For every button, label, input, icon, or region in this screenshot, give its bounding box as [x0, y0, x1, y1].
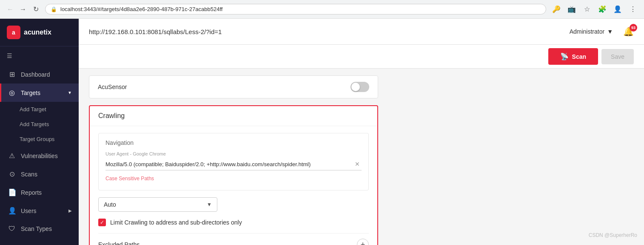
- dropdown-arrow-icon: ▼: [207, 202, 212, 208]
- targets-icon: ◎: [8, 89, 16, 97]
- content-inner: AcuSensor Crawling Navigation: [79, 75, 644, 245]
- case-sensitive-section: Case Sensitive Paths: [105, 176, 362, 182]
- watermark: CSDN @SuperherRo: [589, 232, 637, 238]
- sub-item-label: Add Target: [20, 106, 46, 112]
- user-agent-label: User Agent - Google Chrome: [105, 151, 362, 156]
- scan-icon: 📡: [560, 52, 569, 61]
- header-actions: Administrator ▼ 🔔 93: [570, 24, 634, 39]
- dashboard-icon: ⊞: [8, 70, 16, 78]
- user-agent-input-row: ✕: [105, 158, 362, 170]
- navigation-subsection: Navigation User Agent - Google Chrome ✕: [98, 133, 369, 190]
- app-container: a acunetix ☰ ⊞ Dashboard ◎ Targets ▼ Add…: [0, 19, 644, 245]
- browser-actions: 🔑 📺 ☆ 🧩 👤 ⋮: [550, 3, 639, 15]
- sidebar: a acunetix ☰ ⊞ Dashboard ◎ Targets ▼ Add…: [0, 19, 79, 245]
- sidebar-item-scan-types[interactable]: 🛡 Scan Types: [0, 220, 79, 238]
- logo-icon: a: [7, 26, 20, 39]
- case-sensitive-dropdown[interactable]: Auto ▼: [98, 197, 217, 212]
- admin-label: Administrator: [570, 28, 604, 35]
- acusensor-section: AcuSensor: [89, 75, 378, 98]
- acusensor-label: AcuSensor: [98, 84, 127, 90]
- sidebar-item-target-groups[interactable]: Target Groups: [0, 132, 79, 147]
- excluded-paths-row: Excluded Paths +: [98, 233, 369, 245]
- sidebar-item-vulnerabilities[interactable]: ⚠ Vulnerabilities: [0, 147, 79, 165]
- case-sensitive-label: Case Sensitive Paths: [105, 176, 362, 182]
- content-area: AcuSensor Crawling Navigation: [79, 69, 644, 245]
- profile-icon[interactable]: 👤: [612, 3, 624, 15]
- limit-crawling-checkbox[interactable]: ✓: [98, 219, 106, 226]
- sidebar-item-label: Reports: [21, 189, 72, 196]
- sidebar-logo: a acunetix: [0, 19, 79, 46]
- users-icon: 👤: [8, 207, 16, 215]
- address-url: localhost:3443/#/targets/4d8aa2e6-2890-4…: [60, 6, 541, 12]
- case-sensitive-value: Auto: [104, 201, 116, 208]
- hamburger-menu[interactable]: ☰: [0, 46, 79, 65]
- crawling-section: Crawling Navigation User Agent - Google …: [89, 105, 378, 245]
- nav-buttons: ← → ↻: [5, 4, 41, 14]
- add-excluded-path-button[interactable]: +: [357, 239, 369, 245]
- case-sensitive-dropdown-section: Auto ▼: [98, 197, 369, 212]
- sidebar-item-label: Scans: [21, 171, 72, 178]
- sidebar-item-dashboard[interactable]: ⊞ Dashboard: [0, 65, 79, 84]
- sub-item-label: Target Groups: [20, 136, 54, 142]
- chevron-right-icon: ▶: [68, 208, 72, 213]
- clear-user-agent-button[interactable]: ✕: [353, 160, 362, 168]
- chevron-down-icon: ▼: [68, 90, 72, 95]
- logo-text: acunetix: [24, 29, 51, 36]
- scans-icon: ⊙: [8, 170, 16, 178]
- sub-item-label: Add Targets: [20, 121, 49, 127]
- user-agent-input[interactable]: [105, 161, 350, 167]
- bookmark-icon[interactable]: ☆: [581, 3, 593, 15]
- sidebar-item-label: Dashboard: [21, 71, 72, 78]
- add-icon: +: [361, 240, 365, 245]
- main-content: http://192.168.0.101:8081/sqllabs/Less-2…: [79, 19, 644, 245]
- vulnerabilities-icon: ⚠: [8, 152, 16, 160]
- sidebar-item-scans[interactable]: ⊙ Scans: [0, 165, 79, 183]
- admin-chevron-icon: ▼: [607, 28, 613, 35]
- cast-icon[interactable]: 📺: [566, 3, 578, 15]
- toggle-knob: [351, 83, 360, 91]
- extension-icon[interactable]: 🧩: [596, 3, 608, 15]
- excluded-paths-label: Excluded Paths: [98, 241, 140, 245]
- sidebar-item-label: Vulnerabilities: [21, 153, 72, 159]
- user-agent-field: User Agent - Google Chrome ✕: [105, 151, 362, 170]
- target-url: http://192.168.0.101:8081/sqllabs/Less-2…: [89, 28, 570, 35]
- browser-chrome: ← → ↻ 🔒 localhost:3443/#/targets/4d8aa2e…: [0, 0, 644, 19]
- sidebar-item-label: Scan Types: [21, 225, 72, 232]
- crawling-header: Crawling: [90, 106, 377, 126]
- password-manager-icon[interactable]: 🔑: [550, 3, 562, 15]
- notification-bell[interactable]: 🔔 93: [623, 26, 634, 37]
- forward-button[interactable]: →: [18, 4, 28, 14]
- sidebar-item-targets[interactable]: ◎ Targets ▼: [0, 84, 79, 102]
- save-button[interactable]: Save: [601, 49, 634, 64]
- scan-types-icon: 🛡: [8, 225, 16, 233]
- reports-icon: 📄: [8, 188, 16, 196]
- sidebar-item-label: Users: [21, 208, 63, 214]
- lock-icon: 🔒: [51, 6, 57, 12]
- limit-crawling-label: Limit Crawling to address and sub-direct…: [110, 219, 242, 226]
- limit-crawling-row: ✓ Limit Crawling to address and sub-dire…: [98, 219, 369, 226]
- sidebar-item-add-target[interactable]: Add Target: [0, 102, 79, 117]
- notification-count: 93: [630, 24, 637, 32]
- page-header: http://192.168.0.101:8081/sqllabs/Less-2…: [79, 19, 644, 45]
- reload-button[interactable]: ↻: [31, 4, 41, 14]
- back-button[interactable]: ←: [5, 4, 15, 14]
- menu-icon[interactable]: ⋮: [627, 3, 639, 15]
- sidebar-item-add-targets[interactable]: Add Targets: [0, 117, 79, 132]
- sidebar-item-reports[interactable]: 📄 Reports: [0, 183, 79, 202]
- address-bar[interactable]: 🔒 localhost:3443/#/targets/4d8aa2e6-2890…: [45, 4, 546, 14]
- action-bar: 📡 Scan Save: [79, 45, 644, 69]
- admin-dropdown[interactable]: Administrator ▼: [570, 24, 613, 39]
- navigation-title: Navigation: [105, 139, 362, 146]
- sidebar-item-label: Targets: [21, 89, 63, 96]
- acusensor-toggle[interactable]: [350, 82, 369, 92]
- sidebar-item-users[interactable]: 👤 Users ▶: [0, 202, 79, 220]
- crawling-body: Navigation User Agent - Google Chrome ✕: [90, 126, 377, 245]
- scan-button[interactable]: 📡 Scan: [548, 48, 598, 65]
